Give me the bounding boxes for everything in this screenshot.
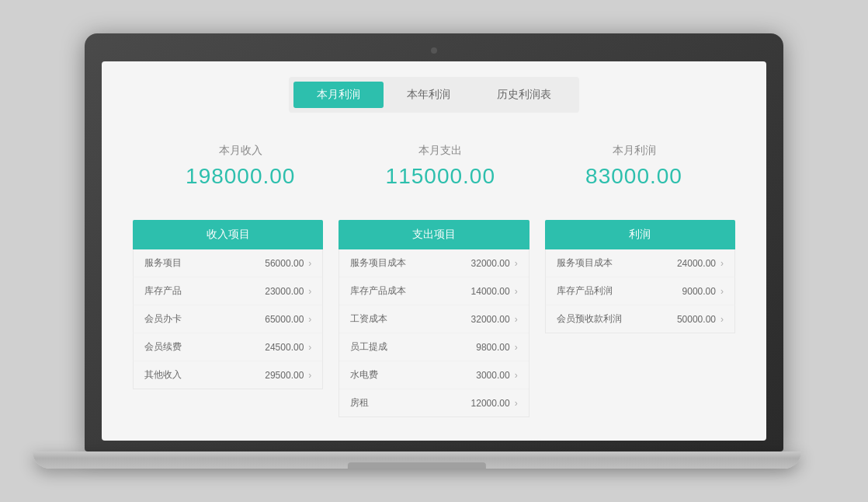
table-row[interactable]: 会员续费 24500.00 › — [134, 333, 322, 361]
profit-table-body: 服务项目成本 24000.00 › 库存产品利润 9000.00 › 会员预收款… — [545, 249, 735, 333]
expense-label: 本月支出 — [386, 144, 495, 158]
row-name: 库存产品利润 — [557, 284, 661, 298]
expense-table-header: 支出项目 — [339, 220, 529, 249]
tab-monthly-profit[interactable]: 本月利润 — [293, 82, 384, 108]
chevron-right-icon: › — [308, 314, 311, 325]
income-table: 收入项目 服务项目 56000.00 › 库存产品 23000.00 › — [133, 220, 323, 389]
profit-table: 利润 服务项目成本 24000.00 › 库存产品利润 9000.00 › — [545, 220, 735, 333]
row-value: 9000.00 — [661, 286, 716, 297]
row-value: 14000.00 — [456, 286, 510, 297]
laptop-wrapper: 本月利润 本年利润 历史利润表 本月收入 198000.00 本月支出 1150… — [85, 33, 783, 469]
row-name: 其他收入 — [144, 368, 249, 382]
row-value: 23000.00 — [249, 286, 304, 297]
table-row[interactable]: 库存产品成本 14000.00 › — [339, 277, 528, 305]
expense-value: 115000.00 — [386, 164, 495, 189]
row-name: 库存产品成本 — [350, 284, 455, 298]
row-name: 库存产品 — [144, 284, 249, 298]
chevron-right-icon: › — [720, 314, 724, 325]
row-name: 会员预收款利润 — [557, 312, 661, 326]
row-name: 工资成本 — [350, 312, 455, 326]
laptop-screen: 本月利润 本年利润 历史利润表 本月收入 198000.00 本月支出 1150… — [102, 61, 766, 441]
profit-value: 83000.00 — [585, 164, 682, 189]
chevron-right-icon: › — [308, 370, 311, 381]
laptop-notch — [347, 462, 485, 469]
row-name: 会员办卡 — [144, 312, 249, 326]
chevron-right-icon: › — [515, 286, 518, 297]
profit-card: 本月利润 83000.00 — [585, 144, 682, 189]
row-value: 29500.00 — [249, 370, 304, 381]
expense-card: 本月支出 115000.00 — [386, 144, 495, 189]
laptop-bezel: 本月利润 本年利润 历史利润表 本月收入 198000.00 本月支出 1150… — [85, 33, 783, 451]
chevron-right-icon: › — [720, 286, 724, 297]
row-value: 32000.00 — [456, 314, 510, 325]
row-value: 12000.00 — [456, 398, 510, 409]
chevron-right-icon: › — [308, 258, 311, 269]
summary-row: 本月收入 198000.00 本月支出 115000.00 本月利润 83000… — [125, 136, 743, 197]
profit-label: 本月利润 — [585, 144, 682, 158]
table-row[interactable]: 工资成本 32000.00 › — [339, 305, 528, 333]
chevron-right-icon: › — [308, 286, 311, 297]
table-row[interactable]: 服务项目 56000.00 › — [134, 249, 322, 277]
row-value: 24000.00 — [661, 258, 716, 269]
row-name: 水电费 — [350, 368, 455, 382]
row-value: 65000.00 — [249, 314, 304, 325]
chevron-right-icon: › — [308, 342, 311, 353]
row-value: 3000.00 — [456, 370, 510, 381]
table-row[interactable]: 库存产品利润 9000.00 › — [546, 277, 734, 305]
laptop-camera — [431, 47, 437, 54]
chevron-right-icon: › — [515, 398, 518, 409]
row-name: 服务项目 — [144, 256, 249, 270]
tabs-bar: 本月利润 本年利润 历史利润表 — [289, 77, 579, 113]
chevron-right-icon: › — [515, 258, 518, 269]
table-row[interactable]: 水电费 3000.00 › — [339, 361, 528, 389]
table-row[interactable]: 其他收入 29500.00 › — [134, 361, 322, 389]
expense-table-body: 服务项目成本 32000.00 › 库存产品成本 14000.00 › 工资成本 — [339, 249, 529, 417]
row-name: 会员续费 — [144, 340, 249, 354]
income-value: 198000.00 — [186, 164, 295, 189]
table-row[interactable]: 会员办卡 65000.00 › — [134, 305, 322, 333]
row-value: 24500.00 — [249, 342, 304, 353]
income-label: 本月收入 — [186, 144, 295, 158]
table-row[interactable]: 服务项目成本 32000.00 › — [339, 249, 528, 277]
table-row[interactable]: 会员预收款利润 50000.00 › — [546, 305, 734, 333]
chevron-right-icon: › — [515, 370, 518, 381]
table-row[interactable]: 服务项目成本 24000.00 › — [546, 249, 734, 277]
row-name: 服务项目成本 — [350, 256, 455, 270]
app-content: 本月利润 本年利润 历史利润表 本月收入 198000.00 本月支出 1150… — [102, 61, 766, 441]
row-value: 9800.00 — [456, 342, 510, 353]
row-value: 32000.00 — [456, 258, 510, 269]
row-name: 员工提成 — [350, 340, 455, 354]
income-table-header: 收入项目 — [133, 220, 323, 249]
chevron-right-icon: › — [515, 314, 518, 325]
chevron-right-icon: › — [515, 342, 518, 353]
tab-history-profit[interactable]: 历史利润表 — [474, 82, 575, 108]
laptop-base — [33, 451, 801, 469]
expense-table: 支出项目 服务项目成本 32000.00 › 库存产品成本 14000.00 › — [339, 220, 529, 417]
tables-row: 收入项目 服务项目 56000.00 › 库存产品 23000.00 › — [125, 220, 743, 417]
row-name: 服务项目成本 — [557, 256, 661, 270]
tab-yearly-profit[interactable]: 本年利润 — [384, 82, 474, 108]
table-row[interactable]: 员工提成 9800.00 › — [339, 333, 528, 361]
row-name: 房租 — [350, 396, 455, 410]
profit-table-header: 利润 — [545, 220, 735, 249]
table-row[interactable]: 房租 12000.00 › — [339, 389, 528, 417]
row-value: 56000.00 — [249, 258, 304, 269]
income-table-body: 服务项目 56000.00 › 库存产品 23000.00 › 会员办卡 — [133, 249, 323, 389]
income-card: 本月收入 198000.00 — [186, 144, 295, 189]
chevron-right-icon: › — [720, 258, 724, 269]
row-value: 50000.00 — [661, 314, 716, 325]
table-row[interactable]: 库存产品 23000.00 › — [134, 277, 322, 305]
